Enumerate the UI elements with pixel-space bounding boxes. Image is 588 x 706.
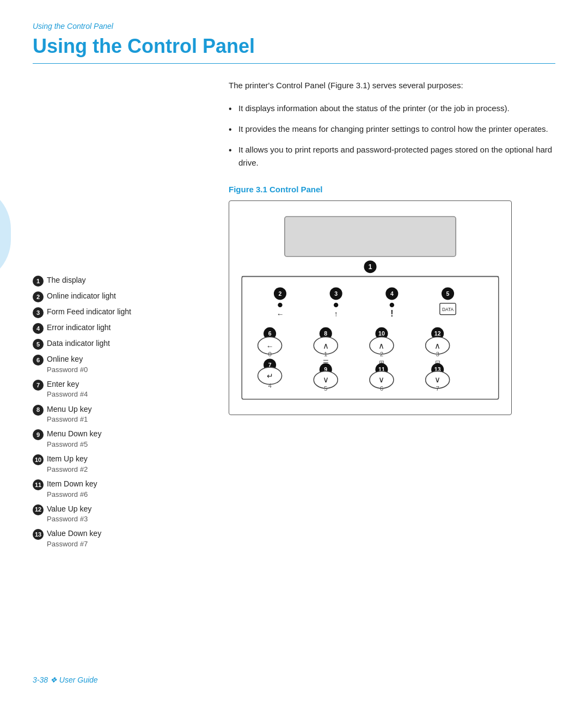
label-text-13: Value Down key Password #7 xyxy=(47,528,101,549)
svg-text:2: 2 xyxy=(380,351,383,357)
label-text-8: Menu Up key Password #1 xyxy=(47,404,91,425)
badge-1: 1 xyxy=(33,276,44,287)
bullet-3: It allows you to print reports and passw… xyxy=(229,143,555,169)
svg-text:5: 5 xyxy=(446,291,450,297)
breadcrumb: Using the Control Panel xyxy=(33,22,555,31)
svg-text:DATA: DATA xyxy=(442,307,454,312)
intro-text: The printer's Control Panel (Figure 3.1)… xyxy=(229,79,555,92)
badge-10: 10 xyxy=(33,454,44,465)
label-item-8: 8 Menu Up key Password #1 xyxy=(33,404,218,425)
label-text-11: Item Down key Password #6 xyxy=(47,479,97,500)
svg-text:←: ← xyxy=(277,310,284,318)
label-item-11: 11 Item Down key Password #6 xyxy=(33,479,218,500)
label-item-5: 5 Data indicator light xyxy=(33,338,218,350)
label-item-13: 13 Value Down key Password #7 xyxy=(33,528,218,549)
decorative-circle xyxy=(0,185,11,283)
label-item-4: 4 Error indicator light xyxy=(33,322,218,334)
label-text-2: Online indicator light xyxy=(47,291,116,302)
diagram-outer: 1 2 ← 3 ↑ xyxy=(229,200,512,415)
svg-text:10: 10 xyxy=(378,331,385,337)
label-item-6: 6 Online key Password #0 xyxy=(33,354,218,375)
svg-text:∨: ∨ xyxy=(434,375,440,384)
svg-text:↑: ↑ xyxy=(334,310,338,318)
svg-text:1: 1 xyxy=(369,263,372,271)
label-text-6: Online key Password #0 xyxy=(47,354,88,375)
badge-12: 12 xyxy=(33,504,44,515)
svg-point-7 xyxy=(278,303,282,307)
label-text-1: The display xyxy=(47,275,86,286)
svg-text:←: ← xyxy=(266,342,274,350)
svg-text:∨: ∨ xyxy=(378,375,384,384)
svg-rect-0 xyxy=(285,216,456,256)
badge-13: 13 xyxy=(33,529,44,540)
label-text-10: Item Up key Password #2 xyxy=(47,454,88,474)
label-item-10: 10 Item Up key Password #2 xyxy=(33,454,218,474)
svg-text:12: 12 xyxy=(434,331,441,337)
left-col: 1 The display 2 Online indicator light 3… xyxy=(33,79,218,553)
svg-text:1: 1 xyxy=(324,351,327,357)
badge-5: 5 xyxy=(33,339,44,350)
label-text-12: Value Up key Password #3 xyxy=(47,504,91,525)
label-list: 1 The display 2 Online indicator light 3… xyxy=(33,275,218,549)
bullet-list: It displays information about the status… xyxy=(229,102,555,169)
badge-4: 4 xyxy=(33,323,44,334)
svg-text:∧: ∧ xyxy=(434,342,440,350)
svg-text:6: 6 xyxy=(380,385,383,392)
bullet-1: It displays information about the status… xyxy=(229,102,555,115)
page-title: Using the Control Panel xyxy=(33,35,555,58)
svg-text:7: 7 xyxy=(436,385,439,392)
label-text-3: Form Feed indicator light xyxy=(47,307,131,318)
svg-point-11 xyxy=(334,303,338,307)
svg-text:4: 4 xyxy=(390,291,394,297)
two-col-layout: 1 The display 2 Online indicator light 3… xyxy=(33,79,555,553)
label-text-5: Data indicator light xyxy=(47,338,110,349)
label-item-3: 3 Form Feed indicator light xyxy=(33,307,218,318)
label-item-12: 12 Value Up key Password #3 xyxy=(33,504,218,525)
badge-7: 7 xyxy=(33,380,44,391)
figure-title: Figure 3.1 Control Panel xyxy=(229,185,555,194)
svg-text:4: 4 xyxy=(268,382,272,389)
page-footer: 3-38 ❖ User Guide xyxy=(33,675,98,684)
badge-11: 11 xyxy=(33,479,44,490)
diagram-svg: 1 2 ← 3 ↑ xyxy=(239,211,501,405)
label-text-4: Error indicator light xyxy=(47,322,111,333)
label-item-2: 2 Online indicator light xyxy=(33,291,218,302)
svg-text:!: ! xyxy=(390,309,393,318)
label-item-9: 9 Menu Down key Password #5 xyxy=(33,429,218,449)
badge-8: 8 xyxy=(33,405,44,416)
title-divider xyxy=(33,63,555,64)
bullet-2: It provides the means for changing print… xyxy=(229,123,555,136)
svg-text:∨: ∨ xyxy=(323,375,329,384)
svg-text:6: 6 xyxy=(268,331,272,337)
badge-9: 9 xyxy=(33,429,44,440)
svg-text:0: 0 xyxy=(268,351,271,357)
svg-text:8: 8 xyxy=(324,331,327,337)
svg-text:3: 3 xyxy=(436,351,439,357)
badge-3: 3 xyxy=(33,307,44,318)
svg-text:5: 5 xyxy=(324,385,327,392)
svg-point-15 xyxy=(390,303,394,307)
badge-2: 2 xyxy=(33,291,44,302)
label-item-7: 7 Enter key Password #4 xyxy=(33,379,218,400)
label-item-1: 1 The display xyxy=(33,275,218,287)
page-container: Using the Control Panel Using the Contro… xyxy=(0,0,588,706)
right-col: The printer's Control Panel (Figure 3.1)… xyxy=(218,79,555,553)
svg-text:↵: ↵ xyxy=(267,372,273,380)
label-text-7: Enter key Password #4 xyxy=(47,379,88,400)
svg-text:∧: ∧ xyxy=(378,342,384,350)
svg-text:3: 3 xyxy=(334,291,338,297)
label-text-9: Menu Down key Password #5 xyxy=(47,429,101,449)
svg-text:2: 2 xyxy=(279,291,282,297)
svg-text:∧: ∧ xyxy=(323,342,329,350)
badge-6: 6 xyxy=(33,355,44,366)
